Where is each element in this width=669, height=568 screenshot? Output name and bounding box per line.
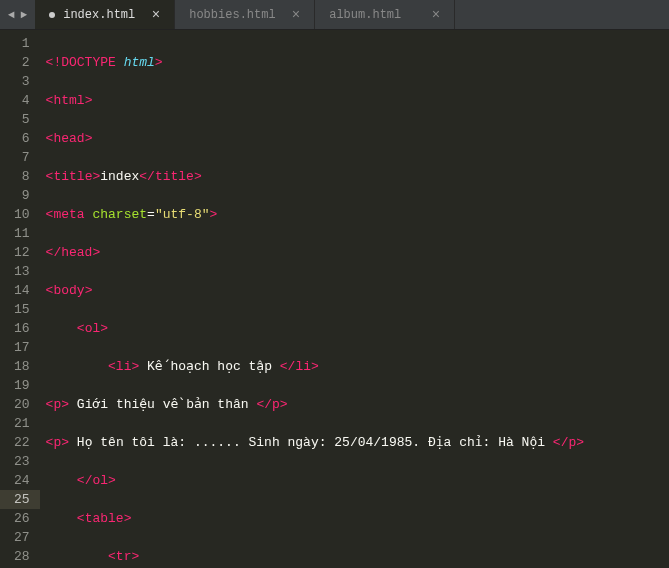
line-number: 2: [14, 53, 30, 72]
line-number: 18: [14, 357, 30, 376]
line-number: 16: [14, 319, 30, 338]
tab-label: album.html: [329, 8, 418, 22]
line-number: 8: [14, 167, 30, 186]
close-icon[interactable]: ×: [292, 7, 300, 23]
line-number: 9: [14, 186, 30, 205]
tab-spacer: [455, 0, 669, 29]
close-icon[interactable]: ×: [432, 7, 440, 23]
line-number: 21: [14, 414, 30, 433]
line-number: 5: [14, 110, 30, 129]
line-number: 20: [14, 395, 30, 414]
line-number: 11: [14, 224, 30, 243]
line-number: 27: [14, 528, 30, 547]
nav-forward-icon[interactable]: ►: [19, 9, 30, 21]
line-number: 22: [14, 433, 30, 452]
line-number-gutter: 1234567891011121314151617181920212223242…: [0, 30, 40, 568]
line-number: 17: [14, 338, 30, 357]
line-number: 6: [14, 129, 30, 148]
line-number: 19: [14, 376, 30, 395]
tab-hobbies[interactable]: hobbies.html ×: [175, 0, 315, 29]
close-icon[interactable]: ×: [152, 7, 160, 23]
tabs-container: index.html × hobbies.html × album.html ×: [35, 0, 669, 29]
line-number: 7: [14, 148, 30, 167]
tab-bar: ◄ ► index.html × hobbies.html × album.ht…: [0, 0, 669, 30]
nav-back-icon[interactable]: ◄: [6, 9, 17, 21]
line-number: 10: [14, 205, 30, 224]
line-number: 4: [14, 91, 30, 110]
code-area[interactable]: <!DOCTYPE html> <html> <head> <title>ind…: [40, 30, 669, 568]
line-number: 24: [14, 471, 30, 490]
line-number: 14: [14, 281, 30, 300]
line-number: 3: [14, 72, 30, 91]
line-number: 15: [14, 300, 30, 319]
line-number: 13: [14, 262, 30, 281]
line-number: 25: [0, 490, 40, 509]
line-number: 23: [14, 452, 30, 471]
tab-label: index.html: [63, 8, 138, 22]
line-number: 28: [14, 547, 30, 566]
line-number: 12: [14, 243, 30, 262]
tab-label: hobbies.html: [189, 8, 278, 22]
tab-index[interactable]: index.html ×: [35, 0, 175, 29]
nav-arrows: ◄ ►: [0, 0, 35, 29]
line-number: 26: [14, 509, 30, 528]
line-number: 1: [14, 34, 30, 53]
editor: 1234567891011121314151617181920212223242…: [0, 30, 669, 568]
tab-album[interactable]: album.html ×: [315, 0, 455, 29]
modified-dot-icon: [49, 12, 55, 18]
